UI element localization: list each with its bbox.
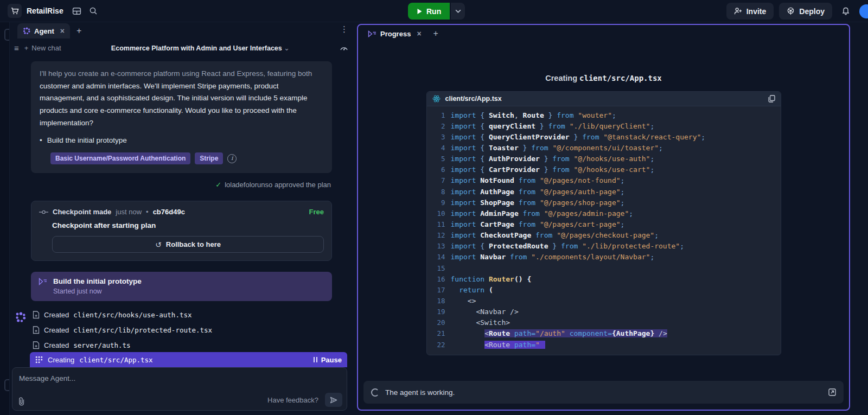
agent-tab-bar: Agent × + ⋮ (10, 22, 354, 40)
checkpoint-time: just now (116, 208, 142, 216)
search-icon[interactable] (85, 3, 101, 19)
run-options-button[interactable] (451, 3, 465, 20)
person-plus-icon (734, 7, 742, 15)
checkpoint-card: Checkpoint made just now • cb76d49c Free… (31, 201, 332, 261)
task-title: Build the initial prototype (53, 277, 142, 285)
new-chat-button[interactable]: + New chat (24, 44, 61, 52)
code-card-header: client/src/App.tsx (427, 92, 781, 106)
invite-button[interactable]: Invite (726, 3, 774, 20)
info-icon[interactable]: i (227, 154, 237, 163)
creating-file-path: client/src/App.tsx (79, 356, 152, 364)
agent-working-icon (35, 356, 43, 363)
feedback-link[interactable]: Have feedback? (267, 396, 318, 404)
code-card-filename: client/src/App.tsx (445, 95, 502, 103)
stripe-badge[interactable]: Stripe (195, 152, 223, 164)
agent-status-bar: The agent is working. (363, 381, 844, 404)
created-file-row[interactable]: Created client/src/hooks/use-auth.tsx (33, 311, 354, 319)
spinner-icon (371, 388, 379, 397)
plus-icon: + (24, 44, 29, 52)
pane-menu-icon[interactable]: ⋮ (340, 24, 348, 34)
app-logo[interactable] (8, 4, 22, 18)
code-line: 20 <Switch> (427, 317, 781, 328)
topbar-right: Invite Deploy (726, 3, 864, 20)
code-line: 21 <Route path="/auth" component={AuthPa… (427, 328, 781, 339)
created-file-row[interactable]: Created client/src/lib/protected-route.t… (33, 326, 354, 334)
dock-pane-fragment-2[interactable] (4, 379, 10, 391)
chevron-down-icon: ⌄ (284, 44, 289, 52)
code-line: 15 (427, 263, 781, 273)
close-tab-icon[interactable]: × (417, 29, 421, 38)
code-line: 13import { ProtectedRoute } from "./lib/… (427, 241, 781, 252)
code-line: 19 <Navbar /> (427, 307, 781, 317)
checkpoint-price-badge: Free (309, 208, 324, 216)
file-plus-icon (33, 311, 40, 319)
chat-scroll-area[interactable]: I'll help you create an e-commerce platf… (10, 56, 354, 351)
agent-icon (23, 27, 30, 35)
deploy-button[interactable]: Deploy (779, 3, 832, 20)
code-preview-card: client/src/App.tsx 1import { Switch, Rou… (426, 91, 781, 355)
run-button[interactable]: Run (408, 3, 450, 20)
created-file-row[interactable]: Created server/auth.ts (33, 341, 354, 349)
run-label: Run (426, 7, 441, 16)
top-bar: RetailRise Run Invite Deploy (0, 0, 868, 22)
agent-avatar-icon (15, 312, 26, 323)
progress-tab-bar: Progress × + (358, 25, 849, 42)
agent-message: I'll help you create an e-commerce platf… (31, 61, 332, 173)
copy-icon[interactable] (768, 95, 775, 103)
code-line: 4import { Toaster } from "@/components/u… (427, 142, 781, 153)
bullet-icon: • (40, 135, 42, 147)
task-card[interactable]: Build the initial prototype Started just… (31, 272, 332, 301)
auth-badge[interactable]: Basic Username/Password Authentication (50, 152, 190, 164)
chat-header: ≡ + New chat Ecommerce Platform with Adm… (10, 40, 354, 56)
code-line: 5import { AuthProvider } from "@/hooks/u… (427, 154, 781, 164)
new-tab-icon[interactable]: + (433, 29, 438, 39)
plan-approval-note: ✓loladefolorunso approved the plan (10, 181, 331, 189)
tab-progress[interactable]: Progress × (362, 26, 427, 41)
plan-bullet-item: • Build the initial prototype (40, 135, 323, 147)
run-group: Run (408, 3, 465, 20)
progress-title: Creating client/src/App.tsx (358, 74, 849, 82)
new-chat-label: New chat (31, 44, 61, 52)
message-text: customer and admin interfaces. We'll imp… (40, 82, 308, 127)
created-files-list: Created client/src/hooks/use-auth.tsx Cr… (15, 311, 354, 351)
send-button[interactable] (325, 393, 342, 407)
chevron-down-icon (455, 9, 461, 13)
new-tab-icon[interactable]: + (76, 26, 81, 36)
code-line: 9import ShopPage from "@/pages/shop-page… (427, 197, 781, 208)
chat-history-icon[interactable]: ≡ (14, 43, 19, 53)
tab-agent[interactable]: Agent × (17, 23, 70, 39)
notifications-bell-icon[interactable] (838, 3, 854, 20)
creating-label: Creating (48, 356, 74, 364)
close-tab-icon[interactable]: × (60, 27, 65, 35)
tab-progress-label: Progress (380, 30, 411, 38)
code-line: 2import { queryClient } from "./lib/quer… (427, 120, 781, 131)
chat-title[interactable]: Ecommerce Platform with Admin and User I… (67, 44, 334, 52)
message-composer: Have feedback? (12, 367, 347, 411)
code-lines[interactable]: 1import { Switch, Route } from "wouter";… (427, 106, 781, 355)
attach-paperclip-icon[interactable] (18, 397, 25, 406)
expand-icon[interactable] (828, 388, 836, 396)
react-icon (432, 95, 441, 103)
layout-toggle-icon[interactable] (69, 3, 85, 19)
code-line: 1import { Switch, Route } from "wouter"; (427, 110, 781, 120)
task-progress-icon (39, 278, 47, 295)
invite-label: Invite (746, 7, 767, 16)
message-text-faded: I'll help you create an e-commerce platf… (40, 69, 312, 78)
code-line: 14import Navbar from "./components/layou… (427, 252, 781, 263)
message-input[interactable] (19, 374, 340, 382)
pause-button[interactable]: Pause (314, 356, 342, 364)
code-line: 6import { CartProvider } from "@/hooks/u… (427, 164, 781, 175)
checkpoint-hash: cb76d49c (153, 208, 185, 216)
code-line: 22 <Route path=" (427, 339, 781, 350)
usage-gauge-icon[interactable] (340, 44, 348, 51)
code-line: 17 return ( (427, 284, 781, 295)
play-icon (417, 8, 423, 15)
task-status: Started just now (53, 288, 142, 295)
user-avatar[interactable] (859, 4, 868, 18)
dock-pane-fragment[interactable] (4, 29, 10, 41)
rollback-button[interactable]: ↺ Rollback to here (52, 236, 324, 253)
deploy-icon (787, 7, 795, 15)
code-line: 16function Router() { (427, 273, 781, 284)
code-line: 7import NotFound from "@/pages/not-found… (427, 175, 781, 186)
plan-badges: Basic Username/Password Authentication S… (50, 152, 323, 164)
